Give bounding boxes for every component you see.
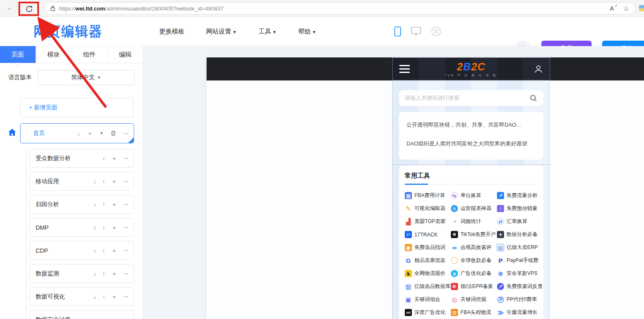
tab-pages[interactable]: 页面 (0, 46, 36, 63)
move-up-icon[interactable]: ↑ (103, 247, 106, 254)
tool-link[interactable]: ↑ 免费预估销量 (497, 202, 546, 215)
tool-link[interactable]: e 广告优化必备 (451, 267, 497, 280)
page-tree-item[interactable]: 数据安全计算 ↓↑＋⋯ (30, 310, 134, 319)
page-tree-item[interactable]: 归因分析 ↓↑＋⋯ (30, 195, 134, 214)
tool-link[interactable]: ◔ 词频统计 (451, 215, 497, 228)
page-tree-item[interactable]: 受众数据分析 ↓＋⋯ (30, 149, 134, 168)
tool-link[interactable]: ✦ 数据分析必备 (497, 228, 546, 241)
tool-link[interactable]: ▟ 美国TOP卖家 (405, 215, 451, 228)
read-aloud-icon[interactable]: A) (610, 5, 613, 12)
move-up-icon[interactable]: ↑ (103, 224, 106, 231)
tool-link[interactable]: od 深度广告优化 (405, 306, 451, 319)
move-down-icon[interactable]: ↓ (93, 201, 96, 207)
tool-link[interactable]: ↗ 免费流量分析 (497, 189, 546, 202)
mobile-viewport[interactable]: 2B2C ToB 产 业 网 址 导 航 请输入关键词进行搜索 (392, 57, 549, 319)
add-child-icon[interactable]: ＋ (111, 155, 117, 162)
page-item-home[interactable]: 首页 ↓ ＋ ▼ ⋯ (20, 123, 134, 143)
language-select[interactable]: 简体中文 ▼ (38, 70, 134, 85)
tool-link[interactable]: ⇆ 单位换算 (451, 189, 497, 202)
collapse-caret-icon[interactable]: ▼ (100, 131, 103, 135)
tool-link[interactable]: ▣ 关键词组合 (405, 293, 451, 306)
add-child-icon[interactable]: ＋ (111, 270, 117, 278)
tool-link[interactable]: ≫ 引爆流量增长 (497, 306, 546, 319)
tool-link[interactable]: P PayPal手续费 (497, 254, 546, 267)
move-up-icon[interactable]: ↑ (103, 178, 106, 184)
move-down-icon[interactable]: ↓ (93, 178, 96, 184)
add-child-icon[interactable]: ＋ (111, 247, 117, 254)
tool-link[interactable]: ⇄ 汇率换算 (497, 215, 546, 228)
more-icon[interactable]: ⋯ (123, 224, 129, 231)
trash-icon[interactable] (111, 130, 116, 137)
link-icon[interactable] (431, 26, 442, 37)
tool-link[interactable]: 17 17TRACK (405, 228, 451, 241)
extension-icon[interactable] (639, 5, 644, 11)
tool-link[interactable]: 有 TikTok免费开户 (451, 228, 497, 241)
nav-site-settings[interactable]: 网站设置▼ (206, 28, 237, 36)
more-icon[interactable]: ⋯ (123, 155, 129, 161)
tool-link[interactable]: ↗ 免费搜索词反查 (497, 280, 546, 293)
tool-link[interactable]: ⊕ 安全革新VPS (497, 267, 546, 280)
tool-link[interactable]: ≈ 运营报表神器 (451, 202, 497, 215)
address-bar[interactable]: https://wei.ltd.com/admin/visualeditor/2… (44, 2, 636, 15)
move-down-icon[interactable]: ↓ (93, 270, 96, 277)
tool-link[interactable]: Ⓟ PP代付0费率 (497, 293, 546, 306)
more-icon[interactable]: ⋯ (123, 270, 129, 277)
add-child-icon[interactable]: ＋ (111, 201, 117, 208)
nav-help[interactable]: 帮助▼ (298, 28, 316, 36)
search-input[interactable]: 请输入关键词进行搜索 (399, 90, 543, 106)
move-down-icon[interactable]: ↓ (93, 247, 96, 254)
page-tree-item[interactable]: CDP ↓↑＋⋯ (30, 241, 134, 260)
move-down-icon[interactable]: ↓ (93, 293, 96, 300)
add-child-icon[interactable]: ＋ (111, 293, 117, 301)
add-page-button[interactable]: + 新增页面 (20, 98, 134, 117)
favorite-star-icon[interactable]: ☆ (623, 4, 629, 13)
page-tree-item[interactable]: DMP ↓↑＋⋯ (30, 218, 134, 237)
tool-link[interactable]: ✎ 可视化编辑器 (405, 202, 451, 215)
site-header-block[interactable]: 2B2C ToB 产 业 网 址 导 航 (392, 57, 550, 80)
common-tools-block[interactable]: 常用工具 ▦ FBA费用计算 ⇆ 单位换算 ↗ 免费流量分析 ✎ 可视化编辑器 … (399, 166, 543, 319)
tool-link[interactable]: ▥ 亿级选品数据库 (405, 280, 451, 293)
more-icon[interactable]: ⋯ (123, 293, 129, 300)
tab-modules[interactable]: 模块 (36, 46, 72, 63)
more-icon[interactable]: ⋯ (123, 316, 129, 319)
move-up-icon[interactable]: ↑ (103, 201, 106, 207)
move-up-icon[interactable]: ↑ (103, 293, 106, 300)
tool-link[interactable]: G 精品卖家优选 (405, 254, 451, 267)
add-child-icon[interactable]: ＋ (111, 316, 117, 319)
tool-link[interactable]: ⊡ FBA头程物流 (451, 306, 497, 319)
more-icon[interactable]: ⋯ (123, 201, 129, 207)
tool-link[interactable]: ▣ 免费选品找词 (405, 241, 451, 254)
add-child-icon[interactable]: ＋ (111, 224, 117, 231)
tool-link[interactable]: ♞ 全网物流报价 (405, 267, 451, 280)
add-child-icon[interactable]: ＋ (111, 178, 117, 185)
tab-components[interactable]: 组件 (72, 46, 108, 63)
page-tree-item[interactable]: 数据监测 ↓↑＋⋯ (30, 264, 134, 283)
move-down-icon[interactable]: ↓ (103, 155, 106, 161)
mobile-view-icon[interactable] (394, 26, 401, 37)
desktop-view-icon[interactable] (411, 26, 422, 36)
add-child-icon[interactable]: ＋ (87, 130, 93, 137)
tool-link[interactable]: ▦ FBA费用计算 (405, 189, 451, 202)
more-icon[interactable]: ⋯ (123, 130, 129, 137)
more-icon[interactable]: ⋯ (123, 178, 129, 184)
tool-link[interactable]: 欧 德/法EPR备案 (451, 280, 497, 293)
page-tree-item[interactable]: 移动应用 ↓↑＋⋯ (30, 172, 134, 191)
user-icon[interactable] (533, 64, 544, 75)
tool-link[interactable]: 全球收款必备 (451, 254, 497, 267)
nav-change-template[interactable]: 更换模板 (159, 28, 184, 36)
tool-link[interactable]: ∞ 合规高效索评 (451, 241, 497, 254)
tool-link[interactable]: ◎ 关键词挖掘 (451, 293, 497, 306)
move-up-icon[interactable]: ↑ (103, 270, 106, 277)
notice-block[interactable]: 公开透明即区块链，共创、共享、共富即DAO... DAO组织是人类对共同富裕之大… (399, 112, 543, 160)
tab-edit[interactable]: 编辑 (108, 46, 143, 63)
move-up-icon[interactable]: ↑ (103, 316, 106, 319)
move-down-icon[interactable]: ↓ (93, 316, 96, 319)
back-icon[interactable]: ← (6, 3, 14, 13)
move-down-icon[interactable]: ↓ (78, 130, 80, 137)
move-down-icon[interactable]: ↓ (93, 224, 96, 231)
search-icon[interactable] (530, 94, 538, 102)
more-icon[interactable]: ⋯ (123, 247, 129, 254)
tool-link[interactable]: ▤ 亿级大卖ERP (497, 241, 546, 254)
reload-button[interactable] (23, 3, 34, 14)
nav-tools[interactable]: 工具▼ (259, 28, 277, 36)
